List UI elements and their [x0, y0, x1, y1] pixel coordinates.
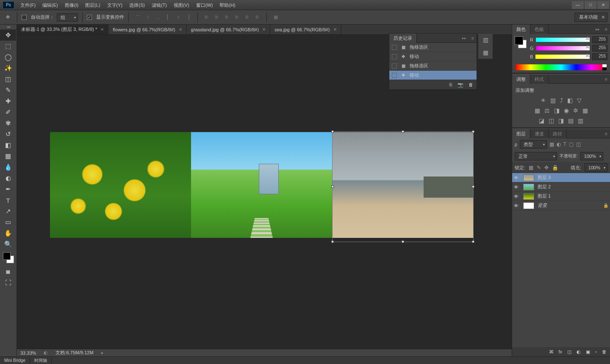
tool-move[interactable]: ✥	[0, 30, 16, 41]
zoom-scrubber-icon[interactable]: ◐	[44, 350, 48, 356]
tool-history-brush[interactable]: ↺	[0, 129, 16, 140]
balance-icon[interactable]: ⚖	[544, 107, 550, 114]
menu-help[interactable]: 帮助(H)	[216, 0, 238, 10]
panel-collapse-icon[interactable]: ▸▸	[460, 36, 469, 40]
tool-blur[interactable]: 💧	[0, 162, 16, 173]
layer-thumb[interactable]	[523, 174, 534, 181]
tab-timeline[interactable]: 时间轴	[30, 357, 52, 364]
menu-type[interactable]: 文字(Y)	[104, 0, 126, 10]
invert-icon[interactable]: ◪	[539, 117, 544, 124]
filter-smart-icon[interactable]: ◫	[576, 141, 581, 147]
menu-window[interactable]: 窗口(W)	[193, 0, 216, 10]
r-slider[interactable]	[536, 38, 590, 42]
new-layer-icon[interactable]: ▫	[595, 349, 597, 354]
color-swatch[interactable]	[515, 36, 527, 48]
close-icon[interactable]: ✕	[262, 27, 266, 32]
lock-image-icon[interactable]: ✎	[537, 165, 541, 171]
snapshot-icon[interactable]: 📷	[458, 82, 463, 88]
r-input[interactable]: 255	[592, 36, 607, 43]
tool-marquee[interactable]: ⬚	[0, 41, 16, 52]
new-doc-from-state-icon[interactable]: ⎘	[449, 82, 452, 87]
tab-styles[interactable]: 样式	[530, 74, 549, 84]
menu-view[interactable]: 视图(V)	[170, 0, 193, 10]
distribute-icon[interactable]: ⊪	[233, 13, 242, 22]
menu-filter[interactable]: 滤镜(T)	[148, 0, 170, 10]
b-input[interactable]: 255	[592, 53, 607, 60]
color-swatch[interactable]	[3, 252, 14, 263]
tool-path[interactable]: ↗	[0, 206, 16, 217]
new-fill-icon[interactable]: ◐	[577, 349, 581, 355]
maximize-button[interactable]: □	[585, 1, 596, 9]
close-icon[interactable]: ✕	[100, 27, 104, 32]
distribute-icon[interactable]: ⊪	[222, 13, 232, 22]
tool-hand[interactable]: ✋	[0, 228, 16, 239]
panel-menu-icon[interactable]: ≡	[602, 131, 610, 136]
status-arrow-icon[interactable]: ▸	[101, 350, 104, 356]
vibrance-icon[interactable]: ▽	[577, 97, 582, 104]
layer-mask-icon[interactable]: ◫	[567, 349, 571, 355]
tab-history[interactable]: 历史记录	[389, 33, 417, 43]
delete-layer-icon[interactable]: 🗑	[602, 349, 607, 354]
channel-mixer-icon[interactable]: ✲	[573, 107, 578, 114]
lock-all-icon[interactable]: 🔒	[552, 165, 558, 171]
align-left-icon[interactable]: ⎢	[164, 13, 173, 22]
history-item[interactable]: ▦拖移选区	[389, 43, 477, 52]
bw-icon[interactable]: ◨	[554, 107, 560, 114]
posterize-icon[interactable]: ◫	[549, 117, 554, 124]
auto-select-mode-dropdown[interactable]: 组	[57, 13, 78, 22]
document-tab[interactable]: flowers.jpg @ 66.7%(RGB/8#)✕	[108, 25, 187, 34]
tool-eraser[interactable]: ◧	[0, 140, 16, 151]
distribute-icon[interactable]: ⊪	[202, 13, 211, 22]
align-vcenter-icon[interactable]: ⫲	[143, 13, 152, 22]
tab-channels[interactable]: 通道	[530, 129, 549, 138]
distribute-icon[interactable]: ⊪	[253, 13, 262, 22]
fill-input[interactable]: 100%	[585, 163, 607, 172]
layer-item[interactable]: 👁图层 1	[512, 192, 610, 201]
layer-thumb[interactable]	[523, 202, 534, 209]
gradient-map-icon[interactable]: ▤	[568, 117, 574, 124]
menu-layer[interactable]: 图层(L)	[82, 0, 103, 10]
zoom-level[interactable]: 33.33%	[20, 350, 36, 356]
layer-item[interactable]: 👁图层 2	[512, 182, 610, 192]
selective-color-icon[interactable]: ▥	[578, 117, 583, 124]
g-input[interactable]: 255	[592, 45, 607, 52]
filter-type-icon[interactable]: T	[563, 141, 566, 147]
tool-clone[interactable]: ✾	[0, 118, 16, 129]
visibility-icon[interactable]: 👁	[514, 194, 520, 199]
visibility-icon[interactable]: 👁	[514, 203, 520, 208]
panel-menu-icon[interactable]: ≡	[469, 36, 477, 41]
align-hcenter-icon[interactable]: ⫲	[174, 13, 183, 22]
panel-menu-icon[interactable]: ≡	[602, 77, 610, 82]
auto-align-icon[interactable]: ▦	[271, 13, 280, 22]
collapsed-panel-icon[interactable]: ▦	[478, 46, 493, 59]
menu-edit[interactable]: 编辑(E)	[39, 0, 61, 10]
tool-lasso[interactable]: ◯	[0, 52, 16, 63]
document-tab[interactable]: 未标题-1 @ 33.3% (图层 3, RGB/8) *✕	[17, 25, 108, 34]
panel-menu-icon[interactable]: ≡	[602, 27, 610, 32]
close-icon[interactable]: ✕	[179, 27, 182, 32]
foreground-color[interactable]	[3, 252, 11, 260]
history-item[interactable]: ✥移动	[389, 52, 477, 61]
link-layers-icon[interactable]: ⌘	[549, 349, 554, 355]
tool-collapse-icon[interactable]: ◂◂	[0, 25, 17, 30]
exposure-icon[interactable]: ◧	[567, 97, 573, 104]
tool-screenmode[interactable]: ⛶	[0, 277, 16, 288]
menu-select[interactable]: 选择(S)	[126, 0, 148, 10]
layer-item[interactable]: 👁背景🔒	[512, 201, 610, 210]
tab-layers[interactable]: 图层	[512, 129, 530, 138]
tool-pen[interactable]: ✒	[0, 184, 16, 195]
tool-shape[interactable]: ▭	[0, 217, 16, 228]
layer-fx-icon[interactable]: fx	[559, 349, 563, 354]
visibility-icon[interactable]: 👁	[514, 185, 520, 190]
collapsed-panel-icon[interactable]: ▥	[478, 33, 493, 46]
levels-icon[interactable]: ▥	[550, 97, 556, 104]
lock-position-icon[interactable]: ✥	[544, 165, 549, 171]
layer-item[interactable]: 👁图层 3	[512, 173, 610, 182]
hue-icon[interactable]: ▦	[535, 107, 540, 114]
workspace-switcher[interactable]: 基本功能	[574, 13, 607, 22]
brightness-icon[interactable]: ☀	[541, 97, 546, 104]
distribute-icon[interactable]: ⊪	[212, 13, 222, 22]
tool-brush[interactable]: ✐	[0, 107, 16, 118]
tool-type[interactable]: T	[0, 195, 16, 206]
color-lookup-icon[interactable]: ▦	[582, 107, 588, 114]
